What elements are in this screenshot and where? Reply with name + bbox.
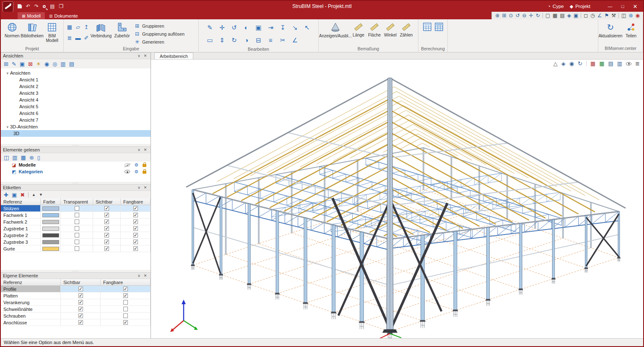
subtract-icon[interactable]: ⊟ xyxy=(256,37,261,43)
table-row-zugstrebe3[interactable]: Zugstrebe 3 xyxy=(1,239,151,245)
table-row-schrauben[interactable]: Schrauben xyxy=(1,313,151,319)
trim-icon[interactable]: ✂ xyxy=(280,37,286,43)
chevron-down-icon[interactable]: ∨ xyxy=(5,125,10,129)
fangbare-checkbox[interactable] xyxy=(123,287,128,291)
edit-view-icon[interactable]: ✎ xyxy=(12,61,16,67)
sichtbar-checkbox[interactable] xyxy=(104,226,109,231)
delete-view-icon[interactable]: ⊠ xyxy=(28,61,33,67)
sichtbar-checkbox[interactable] xyxy=(104,219,109,224)
beam-icon[interactable]: ≣ xyxy=(68,35,72,41)
table-row-fachwerk1[interactable]: Fachwerk 1 xyxy=(1,212,151,219)
app-logo-icon[interactable] xyxy=(3,1,13,12)
transparent-checkbox[interactable] xyxy=(75,213,79,217)
sichtbar-checkbox[interactable] xyxy=(78,300,83,305)
generieren-button[interactable]: ✳Generieren xyxy=(134,38,184,45)
fangbare-checkbox[interactable] xyxy=(123,300,128,305)
color-swatch[interactable] xyxy=(42,247,59,251)
color-swatch[interactable] xyxy=(42,227,59,231)
pan-icon[interactable]: ✛ xyxy=(529,13,533,18)
project-menu[interactable]: ◆Projekt xyxy=(570,4,590,9)
fangbare-checkbox[interactable] xyxy=(123,313,128,318)
table-row-verankerung[interactable]: Verankerung xyxy=(1,299,151,306)
zoom-in-icon[interactable]: ⊙ xyxy=(509,13,513,18)
zoom-extents-icon[interactable]: ⊕ xyxy=(495,13,499,18)
tree-item-ansicht-2[interactable]: Ansicht 2 xyxy=(1,83,151,90)
fangbare-checkbox[interactable] xyxy=(133,233,138,237)
tree-item-ansicht-4[interactable]: Ansicht 4 xyxy=(1,97,151,103)
color-swatch[interactable] xyxy=(42,206,59,211)
copy-label-icon[interactable]: ▣ xyxy=(12,192,17,198)
zaehlen-button[interactable]: Zählen xyxy=(398,21,414,37)
fangbare-checkbox[interactable] xyxy=(133,246,138,251)
transparent-checkbox[interactable] xyxy=(75,206,79,211)
gruppieren-button[interactable]: ⊞Gruppieren xyxy=(134,22,184,29)
globe-table-icon[interactable]: ⊛ xyxy=(29,155,34,160)
transparent-checkbox[interactable] xyxy=(75,219,79,224)
align-lines-icon[interactable]: ≡ xyxy=(269,37,273,43)
mirror-horizontal-icon[interactable]: ◑ xyxy=(244,37,248,43)
tree-item-ansicht-5[interactable]: Ansicht 5 xyxy=(1,103,151,110)
collapse-panel-icon[interactable]: ∨ xyxy=(136,54,142,58)
sichtbar-checkbox[interactable] xyxy=(78,293,83,298)
minimize-button[interactable]: — xyxy=(604,1,616,12)
bim-modell-button[interactable]: BIM Modell xyxy=(43,21,62,43)
zoom-out-icon[interactable]: ⊖ xyxy=(522,13,527,18)
rotate-copy-icon[interactable]: ↻ xyxy=(231,37,237,43)
grid-points-icon[interactable]: ▦ xyxy=(67,24,72,30)
flag-icon[interactable]: ⚑ xyxy=(605,13,609,18)
color-swatch[interactable] xyxy=(42,213,59,217)
erase-icon[interactable]: ▭ xyxy=(207,37,213,43)
extend-down-icon[interactable]: ↧ xyxy=(280,24,286,31)
check-icon[interactable] xyxy=(434,22,444,33)
gruppierung-aufloesen-button[interactable]: ⊟Gruppierung auflösen xyxy=(134,30,184,37)
tree-item-ansicht-3[interactable]: Ansicht 3 xyxy=(1,90,151,97)
close-panel-icon[interactable]: ✕ xyxy=(142,185,148,190)
color-swatch[interactable] xyxy=(42,240,59,244)
close-views-icon[interactable]: ▤ xyxy=(69,61,74,67)
collapse-panel-icon[interactable]: ∨ xyxy=(136,274,142,278)
visibility-off-icon[interactable] xyxy=(125,163,130,167)
table-row-gurte[interactable]: Gurte xyxy=(1,245,151,252)
plate-icon[interactable]: ▬ xyxy=(75,35,81,41)
open-views-icon[interactable]: ▥ xyxy=(60,61,65,67)
rows-icon[interactable]: ▥ xyxy=(12,155,17,160)
monitor-icon[interactable]: ◻ xyxy=(584,13,588,18)
close-button[interactable]: ✕ xyxy=(629,1,641,12)
align-icon[interactable]: ⇥ xyxy=(268,24,273,31)
kategorien-row[interactable]: ◩ Kategorien ⚙ xyxy=(1,168,151,175)
capture-view-icon[interactable]: ◉ xyxy=(44,61,49,67)
verbindung-button[interactable]: Verbindung xyxy=(91,21,112,38)
table-row-zugstrebe2[interactable]: Zugstrebe 2 xyxy=(1,232,151,239)
extend-diagonal-icon[interactable]: ↘ xyxy=(292,24,298,31)
mirror-vertical-icon[interactable]: ◐ xyxy=(244,24,248,31)
film-icon[interactable]: ▤ xyxy=(560,13,564,18)
save-icon[interactable] xyxy=(18,4,22,8)
zoom-window-icon[interactable]: ⊞ xyxy=(502,13,506,18)
table-row-stuetzen[interactable]: Stützen xyxy=(1,205,151,212)
bibliotheken-button[interactable]: Bibliotheken xyxy=(22,21,43,38)
tree-node-3d-ansichten[interactable]: ∨3D-Ansichten xyxy=(1,123,151,130)
export-icon[interactable]: ❐ xyxy=(59,4,63,9)
zoom-previous-icon[interactable]: ↺ xyxy=(516,13,520,18)
cype-brand[interactable]: ◔Cype xyxy=(548,4,564,9)
add-view-icon[interactable]: ⊞ xyxy=(4,61,8,67)
zubehoer-button[interactable]: Zubehör xyxy=(112,21,132,38)
anzeigen-ausblenden-button[interactable]: Anzeigen/Ausbl... xyxy=(320,21,351,38)
tab-arbeitsbereich[interactable]: Arbeitsbereich xyxy=(154,52,193,59)
close-panel-icon[interactable]: ✕ xyxy=(142,148,148,152)
visibility-icon[interactable] xyxy=(125,170,130,173)
sichtbar-checkbox[interactable] xyxy=(104,246,109,251)
table-row-profile[interactable]: Profile xyxy=(1,286,151,292)
snap-icon[interactable]: ▣ xyxy=(574,13,578,18)
tree-item-ansicht-7[interactable]: Ansicht 7 xyxy=(1,117,151,123)
add-label-icon[interactable]: ✚ xyxy=(4,192,8,198)
extend-corner-icon[interactable]: ↖ xyxy=(304,24,310,31)
sichtbar-checkbox[interactable] xyxy=(104,240,109,244)
frame-icon[interactable]: ▢ xyxy=(545,13,550,18)
search-icon[interactable] xyxy=(43,5,46,8)
flaeche-button[interactable]: Fläche xyxy=(366,21,382,37)
edit-icon[interactable]: ✎ xyxy=(207,24,213,31)
perspective-icon[interactable]: ☀ xyxy=(36,61,41,67)
pin-icon[interactable]: ◉ xyxy=(636,13,640,18)
sichtbar-checkbox[interactable] xyxy=(78,287,83,291)
